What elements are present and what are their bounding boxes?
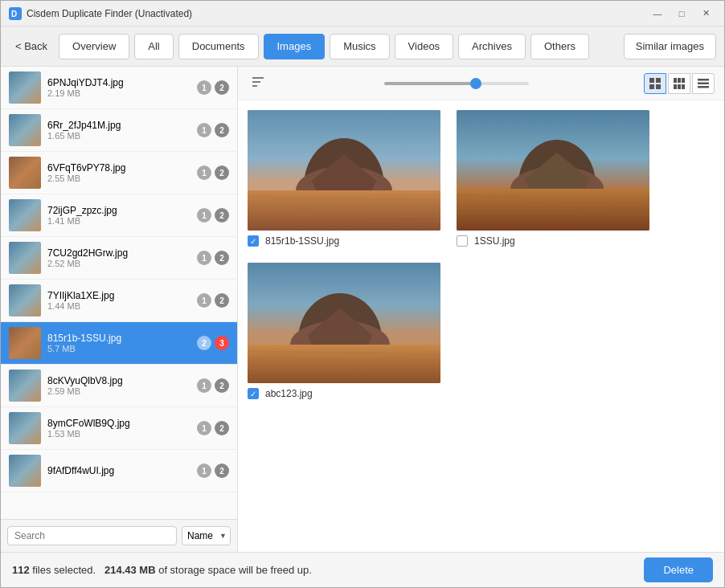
- badge-count1: 1: [197, 165, 211, 180]
- badge-count1: 1: [197, 293, 211, 308]
- image-preview: [457, 110, 649, 231]
- svg-rect-38: [248, 345, 440, 383]
- svg-rect-10: [678, 78, 681, 83]
- medium-view-button[interactable]: [668, 73, 690, 94]
- toolbar: < Back Overview All Documents Images Mus…: [1, 27, 724, 67]
- badge-count2: 2: [215, 293, 229, 308]
- file-size: 1.53 MB: [47, 429, 190, 439]
- image-label-row: ✓ abc123.jpg: [248, 388, 440, 399]
- badge-count1: 1: [197, 208, 211, 223]
- badge-count2: 2: [215, 208, 229, 223]
- list-item[interactable]: 8cKVyuQlbV8.jpg 2.59 MB 1 2: [1, 365, 237, 407]
- status-text: 112 files selected. 214.43 MB of storage…: [12, 564, 312, 576]
- list-item[interactable]: 72ijGP_zpzc.jpg 1.41 MB 1 2: [1, 194, 237, 237]
- tab-overview[interactable]: Overview: [59, 34, 129, 59]
- sort-select[interactable]: Name Size Date: [182, 526, 231, 545]
- size-slider[interactable]: [384, 82, 529, 85]
- file-size: 1.44 MB: [47, 301, 190, 311]
- tab-musics[interactable]: Musics: [330, 34, 389, 59]
- badge-count1: 1: [197, 378, 211, 393]
- tab-videos[interactable]: Videos: [395, 34, 454, 59]
- image-cell: ✓ 815r1b-1SSU.jpg: [248, 110, 440, 247]
- badge-count2: 2: [215, 165, 229, 180]
- file-thumbnail: [9, 114, 41, 146]
- view-toolbar: [238, 67, 724, 100]
- similar-images-button[interactable]: Similar images: [624, 34, 716, 59]
- file-thumbnail: [9, 199, 41, 231]
- image-filename-2: 1SSU.jpg: [474, 235, 515, 247]
- main-content: 6PNJqiYDJT4.jpg 2.19 MB 1 2 6Rr_2fJp41M.…: [1, 67, 724, 552]
- file-name: 6Rr_2fJp41M.jpg: [47, 120, 190, 131]
- image-checkbox-2[interactable]: [457, 235, 468, 247]
- close-button[interactable]: ✕: [695, 6, 716, 22]
- window-title: Cisdem Duplicate Finder (Unactivated): [27, 8, 192, 19]
- file-thumbnail: [9, 370, 41, 402]
- svg-rect-14: [682, 84, 685, 89]
- badge-count1: 1: [197, 463, 211, 478]
- svg-rect-5: [649, 78, 654, 83]
- image-checkbox-1[interactable]: ✓: [248, 235, 259, 247]
- list-item[interactable]: 6VFqT6vPY78.jpg 2.55 MB 1 2: [1, 152, 237, 194]
- search-bar: Name Size Date: [1, 519, 237, 552]
- tab-all[interactable]: All: [134, 34, 173, 59]
- file-size: 2.55 MB: [47, 174, 190, 183]
- file-thumbnail: [9, 242, 41, 274]
- app-icon: D: [9, 7, 22, 20]
- file-size: 1.65 MB: [47, 131, 190, 141]
- sort-toggle-button[interactable]: [248, 73, 268, 93]
- list-item[interactable]: 7YIIjKla1XE.jpg 1.44 MB 1 2: [1, 280, 237, 322]
- badge-count2: 2: [215, 123, 229, 137]
- file-thumbnail: [9, 284, 41, 316]
- file-name: 7YIIjKla1XE.jpg: [47, 290, 190, 301]
- badge-count1: 1: [197, 123, 211, 137]
- file-thumbnail: [9, 455, 41, 487]
- tab-images[interactable]: Images: [264, 34, 326, 59]
- list-item[interactable]: 9fAfDff4wUI.jpg 1 2: [1, 450, 237, 492]
- tab-archives[interactable]: Archives: [458, 34, 526, 59]
- file-size: 2.52 MB: [47, 259, 190, 268]
- image-filename-1: 815r1b-1SSU.jpg: [265, 235, 339, 247]
- delete-button[interactable]: Delete: [644, 557, 713, 582]
- file-name: 8ymCFoWlB9Q.jpg: [47, 418, 190, 429]
- list-item[interactable]: 815r1b-1SSU.jpg 5.7 MB 2 3: [1, 322, 237, 365]
- list-item[interactable]: 6PNJqiYDJT4.jpg 2.19 MB 1 2: [1, 67, 237, 109]
- svg-rect-7: [649, 84, 654, 89]
- file-size: 2.59 MB: [47, 386, 190, 396]
- file-thumbnail: [9, 327, 41, 359]
- list-view-button[interactable]: [692, 73, 715, 94]
- grid-view-button[interactable]: [644, 73, 666, 94]
- file-size: 1.41 MB: [47, 216, 190, 226]
- image-label-row: ✓ 815r1b-1SSU.jpg: [248, 235, 440, 247]
- maximize-button[interactable]: □: [671, 6, 692, 22]
- file-name: 9fAfDff4wUI.jpg: [47, 465, 190, 476]
- svg-rect-22: [248, 190, 440, 231]
- list-item[interactable]: 8ymCFoWlB9Q.jpg 1.53 MB 1 2: [1, 407, 237, 450]
- file-size: 2.19 MB: [47, 88, 190, 98]
- file-count: 112: [12, 564, 30, 576]
- svg-rect-13: [678, 84, 681, 89]
- svg-text:D: D: [11, 10, 17, 18]
- svg-rect-9: [674, 78, 677, 83]
- view-buttons: [644, 73, 715, 94]
- title-bar: D Cisdem Duplicate Finder (Unactivated) …: [1, 1, 724, 27]
- list-item[interactable]: 7CU2gd2HGrw.jpg 2.52 MB 1 2: [1, 237, 237, 280]
- left-panel: 6PNJqiYDJT4.jpg 2.19 MB 1 2 6Rr_2fJp41M.…: [1, 67, 238, 552]
- tab-others[interactable]: Others: [530, 34, 589, 59]
- list-item[interactable]: 6Rr_2fJp41M.jpg 1.65 MB 1 2: [1, 109, 237, 152]
- badge-count1: 1: [197, 251, 211, 265]
- list-view-icon: [698, 78, 709, 89]
- search-input[interactable]: [7, 526, 177, 545]
- svg-rect-16: [698, 82, 709, 84]
- file-thumbnail: [9, 157, 41, 189]
- minimize-button[interactable]: —: [647, 6, 668, 22]
- svg-rect-17: [698, 86, 709, 88]
- badge-count2: 3: [215, 336, 229, 350]
- file-name: 6VFqT6vPY78.jpg: [47, 162, 190, 174]
- medium-view-icon: [674, 78, 685, 89]
- badge-count1: 1: [197, 421, 211, 435]
- badge-count2: 2: [215, 80, 229, 95]
- tab-documents[interactable]: Documents: [178, 34, 259, 59]
- image-checkbox-3[interactable]: ✓: [248, 388, 259, 399]
- file-name: 8cKVyuQlbV8.jpg: [47, 375, 190, 386]
- back-button[interactable]: < Back: [9, 37, 54, 55]
